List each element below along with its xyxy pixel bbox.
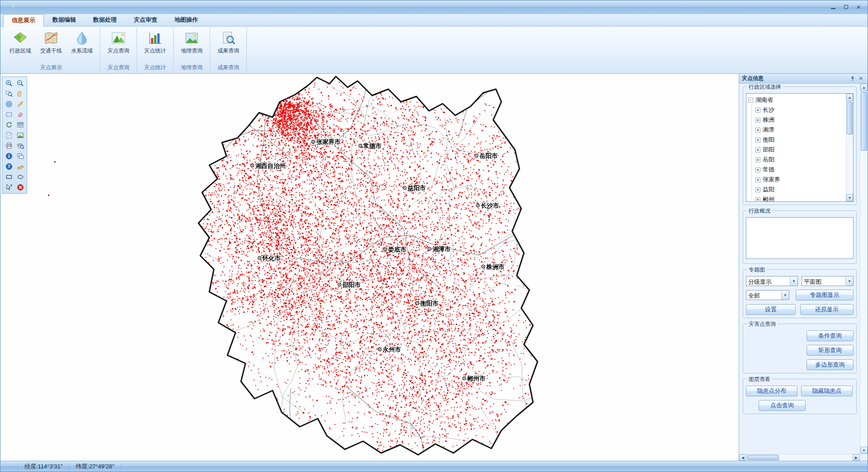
tree-node-city[interactable]: +衡阳 bbox=[755, 135, 845, 145]
tree-node-city[interactable]: +株洲 bbox=[755, 115, 845, 125]
ribbon-button-label: 水系流域 bbox=[71, 47, 93, 55]
print-icon[interactable] bbox=[3, 140, 14, 151]
globe-icon[interactable] bbox=[3, 99, 14, 109]
tree-node-city[interactable]: +湘潭 bbox=[755, 125, 845, 135]
close-button[interactable]: ✕ bbox=[852, 3, 865, 12]
scroll-up-icon[interactable]: ▲ bbox=[846, 94, 853, 101]
scrollbar-track[interactable] bbox=[860, 91, 868, 447]
rect-tool-icon[interactable] bbox=[3, 172, 14, 182]
disaster-query-button[interactable]: 灾点查询 bbox=[103, 29, 134, 56]
tree-node-city[interactable]: +郴州 bbox=[755, 195, 845, 202]
map-canvas[interactable] bbox=[0, 74, 739, 461]
expand-expander-icon[interactable]: + bbox=[755, 157, 760, 162]
scroll-left-icon[interactable]: ◀ bbox=[739, 454, 746, 461]
scrollbar-track[interactable] bbox=[746, 454, 853, 461]
tab-map-operation[interactable]: 地图操作 bbox=[166, 14, 207, 26]
tab-info-display[interactable]: 信息展示 bbox=[3, 14, 44, 27]
tree-node-city[interactable]: +常德 bbox=[755, 165, 845, 175]
expand-expander-icon[interactable]: + bbox=[755, 108, 760, 113]
expand-expander-icon[interactable]: + bbox=[755, 128, 760, 133]
eraser-icon[interactable] bbox=[14, 109, 26, 119]
ribbon-group-disaster-display: 行政区域 交通干线 水系流域 灾点展示 bbox=[2, 28, 100, 73]
pencil-icon[interactable] bbox=[14, 99, 26, 109]
disaster-stats-button[interactable]: 灾点统计 bbox=[140, 29, 170, 56]
tree-node-city[interactable]: +邵阳 bbox=[755, 145, 845, 155]
overview-window-icon[interactable] bbox=[14, 151, 26, 161]
tree-node-city[interactable]: +岳阳 bbox=[755, 155, 845, 165]
tree-node-city[interactable]: +张家界 bbox=[755, 175, 845, 185]
expand-expander-icon[interactable]: + bbox=[755, 187, 760, 192]
ribbon-tab-bar: 信息展示 数据编辑 数据处理 灾点审查 地图操作 bbox=[0, 14, 868, 27]
rectangle-query-button[interactable]: 矩形查询 bbox=[807, 345, 854, 356]
geo-query-button[interactable]: 地理查询 bbox=[176, 29, 207, 56]
attribute-table-icon[interactable] bbox=[14, 119, 26, 130]
print-preview-icon[interactable] bbox=[14, 140, 26, 151]
map-type-select[interactable]: 平面图 ▼ bbox=[802, 276, 854, 286]
expand-expander-icon[interactable]: + bbox=[755, 177, 760, 182]
expand-expander-icon[interactable]: + bbox=[755, 138, 760, 143]
display-mode-select[interactable]: 分级显示 ▼ bbox=[746, 276, 798, 286]
select-plus-icon[interactable] bbox=[3, 182, 14, 192]
thematic-map-group: 专题图 分级显示 ▼ 平面图 ▼ 全部 bbox=[743, 269, 857, 318]
restore-display-button[interactable]: 还原显示 bbox=[800, 304, 854, 315]
svg-text:?: ? bbox=[8, 164, 10, 169]
image-icon[interactable] bbox=[14, 130, 26, 140]
close-tool-icon[interactable] bbox=[14, 182, 26, 192]
admin-overview-textarea[interactable] bbox=[746, 217, 854, 259]
measure-icon[interactable] bbox=[14, 161, 26, 172]
scroll-right-icon[interactable]: ▶ bbox=[853, 454, 860, 461]
minimize-button[interactable] bbox=[827, 3, 840, 12]
danger-distribution-button[interactable]: 隐患点分布 bbox=[746, 386, 797, 396]
ribbon-button-label: 行政区域 bbox=[9, 47, 31, 55]
scroll-down-icon[interactable]: ▼ bbox=[860, 447, 868, 454]
admin-region-icon bbox=[13, 30, 28, 46]
tree-node-city[interactable]: +长沙 bbox=[755, 105, 845, 115]
settings-button[interactable]: 设置 bbox=[746, 304, 796, 315]
region-tree: - 湖南省 +长沙 +株洲 +湘潭 +衡阳 +邵阳 +岳阳 +常德 bbox=[746, 93, 854, 202]
info-icon[interactable] bbox=[3, 151, 14, 161]
scroll-down-icon[interactable]: ▼ bbox=[846, 194, 853, 201]
tree-node-label: 湖南省 bbox=[755, 96, 773, 104]
traffic-line-button[interactable]: 交通干线 bbox=[36, 29, 66, 56]
help-icon[interactable]: ? bbox=[3, 161, 14, 172]
chevron-down-icon: ▼ bbox=[790, 277, 797, 286]
refresh-icon[interactable] bbox=[3, 119, 14, 130]
tab-data-edit[interactable]: 数据编辑 bbox=[44, 14, 85, 26]
polygon-query-button[interactable]: 多边形查询 bbox=[807, 359, 854, 370]
category-select[interactable]: 全部 ▼ bbox=[746, 290, 789, 300]
scrollbar-thumb[interactable] bbox=[847, 102, 853, 134]
tab-disaster-review[interactable]: 灾点审查 bbox=[125, 14, 166, 26]
tab-data-process[interactable]: 数据处理 bbox=[85, 14, 125, 26]
hide-danger-button[interactable]: 隐藏隐患点 bbox=[801, 386, 853, 396]
result-query-button[interactable]: 成果查询 bbox=[213, 29, 244, 56]
click-query-button[interactable]: 点击查询 bbox=[759, 400, 806, 411]
ribbon-group-label: 成果查询 bbox=[213, 63, 244, 73]
zoom-out-icon[interactable] bbox=[14, 78, 26, 88]
note-icon[interactable] bbox=[3, 130, 14, 140]
select-rect-icon[interactable] bbox=[3, 109, 14, 119]
expand-expander-icon[interactable]: + bbox=[755, 118, 760, 123]
pin-icon[interactable] bbox=[849, 75, 857, 82]
maximize-button[interactable] bbox=[840, 3, 852, 12]
panel-title: 灾点信息 bbox=[742, 75, 849, 82]
scrollbar-thumb[interactable] bbox=[747, 455, 779, 460]
tree-node-label: 常德 bbox=[763, 166, 774, 174]
expand-expander-icon[interactable]: + bbox=[755, 167, 760, 172]
scroll-up-icon[interactable]: ▲ bbox=[860, 84, 868, 91]
water-system-button[interactable]: 水系流域 bbox=[66, 29, 97, 56]
thematic-show-button[interactable]: 专题图显示 bbox=[796, 290, 854, 300]
collapse-expander-icon[interactable]: - bbox=[748, 98, 753, 103]
ellipse-tool-icon[interactable] bbox=[14, 172, 26, 182]
scrollbar-thumb[interactable] bbox=[861, 92, 867, 151]
condition-query-button[interactable]: 条件查询 bbox=[807, 330, 854, 341]
scrollbar-track[interactable] bbox=[846, 101, 853, 194]
panel-close-icon[interactable]: ✕ bbox=[857, 75, 865, 82]
zoom-window-icon[interactable] bbox=[3, 88, 14, 99]
expand-expander-icon[interactable]: + bbox=[755, 197, 760, 202]
tree-node-city[interactable]: +益阳 bbox=[755, 185, 845, 195]
admin-region-button[interactable]: 行政区域 bbox=[5, 29, 36, 56]
pan-hand-icon[interactable] bbox=[14, 88, 26, 99]
expand-expander-icon[interactable]: + bbox=[755, 148, 760, 153]
tree-node-hunan[interactable]: - 湖南省 bbox=[748, 95, 845, 105]
zoom-in-icon[interactable] bbox=[3, 78, 14, 88]
